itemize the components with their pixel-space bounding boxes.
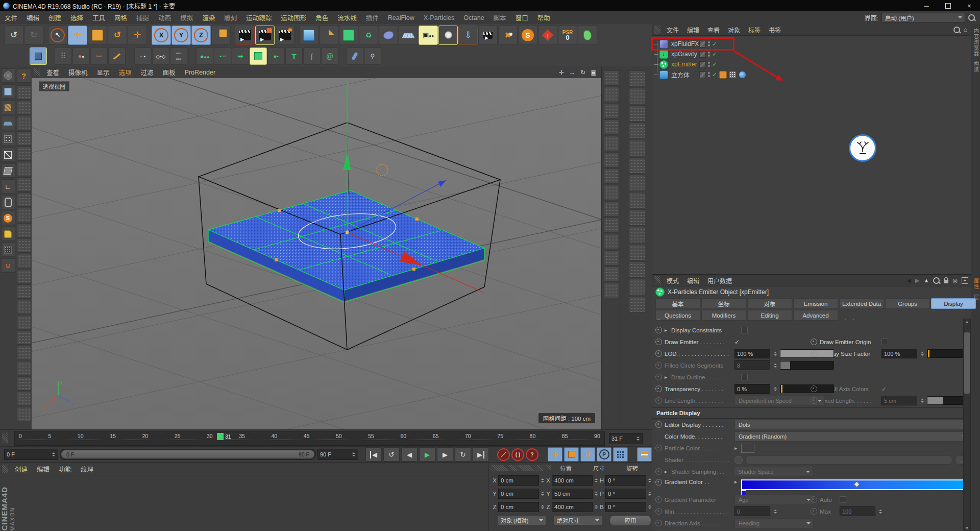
drop-to-floor-button[interactable]: ↓ bbox=[538, 26, 557, 45]
palette-icon[interactable] bbox=[17, 101, 31, 115]
filled-circle-segments-slider[interactable] bbox=[780, 361, 834, 370]
viewport-rotate-icon[interactable]: ↻ bbox=[578, 69, 587, 76]
next-frame-button[interactable]: ▶ bbox=[437, 447, 453, 462]
polygons-mode-icon[interactable] bbox=[1, 163, 15, 178]
record-keyframe-button[interactable]: ／ bbox=[497, 448, 510, 461]
track-icon[interactable]: ◎ bbox=[952, 277, 958, 284]
shader-circle[interactable] bbox=[734, 456, 743, 464]
attribute-menu-item[interactable]: 编辑 bbox=[683, 276, 703, 285]
make-editable-icon[interactable] bbox=[1, 68, 15, 83]
viewport-menu-item[interactable]: ProRender bbox=[180, 69, 220, 76]
viewport-toggle-icon[interactable]: ▣ bbox=[589, 69, 598, 76]
points-mode-icon[interactable] bbox=[1, 132, 15, 146]
layer-toggle[interactable] bbox=[699, 61, 706, 68]
auto-checkbox[interactable] bbox=[840, 496, 846, 503]
last-tool[interactable]: ✛ bbox=[128, 26, 147, 45]
attribute-menu-item[interactable]: 模式 bbox=[663, 276, 683, 285]
scale-tool[interactable] bbox=[88, 26, 107, 45]
lock-z-axis-button[interactable]: Z bbox=[191, 26, 211, 45]
menu-item[interactable]: Octane bbox=[459, 14, 488, 21]
keyframe-selection-button[interactable]: ? bbox=[526, 448, 538, 461]
mograph-cloner-button[interactable]: ♻ bbox=[359, 26, 378, 45]
viewport-zoom-icon[interactable]: ↔ bbox=[568, 69, 577, 76]
viewport-menu-item[interactable]: 查看 bbox=[42, 67, 64, 77]
transparency-field[interactable]: 0 % bbox=[734, 384, 770, 394]
pick-arrow-icon[interactable]: ▲ bbox=[924, 277, 929, 283]
use-ui-axis-colors-checkbox[interactable]: ✓ bbox=[881, 385, 887, 393]
mograph-fracture-button[interactable]: ●▪ bbox=[267, 47, 285, 65]
particle-color-swatch[interactable] bbox=[741, 444, 754, 453]
layer-toggle[interactable] bbox=[699, 51, 706, 58]
palette-icon[interactable] bbox=[17, 223, 31, 237]
menu-item[interactable]: 文件 bbox=[0, 13, 22, 22]
play-button[interactable]: ▶ bbox=[419, 447, 435, 462]
character-object-button[interactable] bbox=[578, 26, 597, 45]
material-menu-item[interactable]: 编辑 bbox=[32, 464, 54, 474]
mograph-extrude-button[interactable] bbox=[250, 47, 267, 65]
reset-psr-button[interactable]: PSR0 bbox=[558, 26, 577, 45]
menu-item[interactable]: 角色 bbox=[311, 13, 333, 22]
size-z-field[interactable]: 400 cm bbox=[552, 502, 593, 512]
object-manager-handle[interactable] bbox=[654, 26, 660, 33]
key-rotation-button[interactable]: ↺ bbox=[580, 447, 595, 462]
shader-field[interactable] bbox=[745, 455, 952, 465]
dsf-spinner[interactable] bbox=[920, 350, 924, 357]
frame-number-field[interactable]: 31 F bbox=[609, 433, 643, 444]
floor-object-button[interactable] bbox=[399, 26, 418, 45]
lod-spinner[interactable] bbox=[773, 350, 777, 357]
direction-axis-dropdown[interactable]: Heading bbox=[734, 518, 814, 528]
attribute-scrollbar[interactable]: ▲▼ bbox=[963, 319, 971, 531]
paint-tool-icon[interactable] bbox=[1, 227, 15, 241]
object-name[interactable]: 立方体 bbox=[671, 70, 690, 79]
draw-outline-checkbox[interactable] bbox=[741, 374, 748, 380]
min-field[interactable]: 0 bbox=[734, 506, 770, 516]
palette-icon[interactable] bbox=[17, 147, 31, 161]
workplane-mode-icon[interactable] bbox=[1, 116, 15, 130]
position-mode-dropdown[interactable]: 对象 (相对) bbox=[497, 515, 546, 525]
lock-grid-icon[interactable] bbox=[1, 243, 15, 257]
menu-item[interactable]: RealFlow bbox=[383, 14, 419, 21]
light-object-button[interactable] bbox=[438, 26, 458, 45]
object-row-xpemitter[interactable]: xpEmitter ✓ bbox=[652, 59, 971, 69]
viewport-menu-handle[interactable] bbox=[34, 68, 40, 76]
render-view-button[interactable] bbox=[235, 26, 255, 45]
palette-icon[interactable] bbox=[17, 192, 31, 207]
attribute-tab[interactable]: 坐标 bbox=[701, 298, 746, 309]
tab-attributes[interactable]: 属性 bbox=[972, 278, 980, 289]
phong-tag-icon[interactable] bbox=[719, 71, 727, 79]
menu-item[interactable]: 工具 bbox=[88, 13, 110, 22]
viewport-menu-item[interactable]: 面板 bbox=[158, 67, 180, 77]
undo-button[interactable]: ↺ bbox=[4, 26, 23, 45]
visibility-dots[interactable] bbox=[708, 62, 710, 67]
mograph-balls-button[interactable]: ●●● bbox=[196, 47, 213, 65]
fixed-length-slider[interactable] bbox=[927, 396, 964, 405]
menu-item[interactable]: 窗口 bbox=[511, 13, 533, 22]
menu-item[interactable]: 脚本 bbox=[489, 13, 511, 22]
live-selection-tool[interactable]: ↖ bbox=[48, 26, 67, 45]
palette-icon[interactable] bbox=[629, 175, 645, 191]
model-mode-icon[interactable] bbox=[1, 84, 15, 99]
layout-tool-button[interactable]: ⠿ bbox=[55, 47, 72, 65]
timeline-handle[interactable] bbox=[2, 432, 8, 444]
menu-item[interactable]: X-Particles bbox=[419, 14, 459, 21]
rotation-handle[interactable] bbox=[377, 164, 388, 176]
palette-icon[interactable] bbox=[629, 70, 645, 87]
camera-object-button[interactable]: ▣●● bbox=[419, 26, 438, 45]
material-menu-item[interactable]: 创建 bbox=[10, 464, 32, 474]
rotation-h-field[interactable]: 0 ° bbox=[605, 475, 646, 486]
position-y-field[interactable]: 0 cm bbox=[498, 489, 539, 499]
material-manager-handle[interactable] bbox=[2, 465, 8, 473]
enable-axis-icon[interactable] bbox=[1, 195, 15, 209]
menu-item[interactable]: 渲染 bbox=[198, 13, 219, 22]
rotate-tool[interactable]: ↺ bbox=[108, 26, 127, 45]
menu-item[interactable]: 流水线 bbox=[333, 13, 361, 22]
palette-icon[interactable] bbox=[17, 361, 31, 375]
lock-icon[interactable] bbox=[944, 280, 948, 283]
sound-button[interactable]: S bbox=[518, 26, 537, 45]
palette-icon[interactable] bbox=[629, 105, 645, 122]
object-manager-menu-item[interactable]: 编辑 bbox=[683, 26, 703, 34]
key-pla-button[interactable] bbox=[613, 447, 628, 462]
lock-y-axis-button[interactable]: Y bbox=[172, 26, 191, 45]
object-row-cube[interactable]: 立方体 ✓ bbox=[652, 69, 971, 80]
palette-icon[interactable] bbox=[629, 88, 645, 104]
